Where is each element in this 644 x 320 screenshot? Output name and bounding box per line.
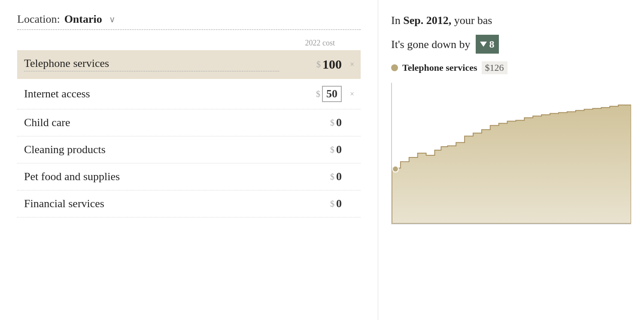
expense-cost-petfood: $ 0 × bbox=[279, 170, 356, 183]
description-part1: In bbox=[391, 14, 403, 27]
dollar-sign-petfood: $ bbox=[330, 172, 334, 182]
location-label: Location: bbox=[17, 13, 60, 26]
down-label: It's gone down by bbox=[391, 36, 471, 53]
chart-svg bbox=[392, 83, 631, 223]
cost-value-telephone[interactable]: 100 bbox=[322, 57, 342, 72]
legend-label-telephone: Telephone services bbox=[402, 62, 477, 73]
chart-marker-dot bbox=[392, 166, 399, 172]
dollar-sign-childcare: $ bbox=[330, 118, 334, 128]
expense-name-financial: Financial services bbox=[24, 197, 279, 210]
expense-name-cleaning: Cleaning products bbox=[24, 143, 279, 156]
description-text: In Sep. 2012, your bas bbox=[391, 12, 631, 29]
expense-row-internet[interactable]: Internet access $ 50 × bbox=[17, 79, 361, 109]
remove-telephone-button[interactable]: × bbox=[348, 60, 356, 69]
cost-value-internet[interactable]: 50 bbox=[322, 86, 342, 102]
description-part2: your bas bbox=[451, 14, 492, 27]
description-date: Sep. 2012, bbox=[403, 14, 451, 27]
cost-column-header: 2022 cost bbox=[305, 39, 335, 48]
dollar-sign-financial: $ bbox=[330, 199, 334, 209]
down-badge: 8 bbox=[476, 35, 499, 54]
expense-cost-internet: $ 50 × bbox=[279, 86, 356, 102]
expense-list: Telephone services $ 100 × Internet acce… bbox=[17, 50, 361, 217]
cost-value-financial[interactable]: 0 bbox=[336, 197, 342, 210]
cost-value-cleaning[interactable]: 0 bbox=[336, 143, 342, 156]
down-arrow-icon bbox=[480, 42, 487, 47]
expense-row-financial[interactable]: Financial services $ 0 × bbox=[17, 190, 361, 217]
dollar-sign-internet: $ bbox=[316, 89, 320, 99]
chart-container bbox=[391, 83, 631, 224]
legend-dot-telephone bbox=[391, 64, 398, 71]
dollar-sign-cleaning: $ bbox=[330, 145, 334, 155]
remove-internet-button[interactable]: × bbox=[348, 90, 356, 99]
expense-name-petfood: Pet food and supplies bbox=[24, 170, 279, 183]
expense-cost-telephone: $ 100 × bbox=[279, 57, 356, 72]
chart-area-path bbox=[392, 105, 631, 223]
expense-row-petfood[interactable]: Pet food and supplies $ 0 × bbox=[17, 163, 361, 190]
expense-name-internet: Internet access bbox=[24, 88, 279, 100]
expense-row-cleaning[interactable]: Cleaning products $ 0 × bbox=[17, 136, 361, 163]
expense-cost-childcare: $ 0 × bbox=[279, 116, 356, 129]
down-row: It's gone down by 8 bbox=[391, 35, 631, 54]
expense-cost-cleaning: $ 0 × bbox=[279, 143, 356, 156]
expense-name-childcare: Child care bbox=[24, 116, 279, 129]
left-panel: Location: Ontario ∨ 2022 cost Telephone … bbox=[0, 0, 378, 320]
location-dropdown-chevron[interactable]: ∨ bbox=[109, 14, 115, 24]
down-value: 8 bbox=[489, 36, 495, 52]
location-value: Ontario bbox=[64, 13, 102, 26]
legend-row: Telephone services $126 bbox=[391, 61, 631, 74]
legend-value-telephone: $126 bbox=[482, 61, 507, 74]
expense-row-childcare[interactable]: Child care $ 0 × bbox=[17, 109, 361, 136]
expense-name-telephone: Telephone services bbox=[24, 57, 279, 72]
dollar-sign-telephone: $ bbox=[316, 60, 321, 69]
cost-value-childcare[interactable]: 0 bbox=[336, 116, 342, 129]
location-row: Location: Ontario ∨ bbox=[17, 13, 361, 26]
cost-header-row: 2022 cost bbox=[17, 39, 361, 48]
expense-row-telephone[interactable]: Telephone services $ 100 × bbox=[17, 50, 361, 79]
right-panel: In Sep. 2012, your bas It's gone down by… bbox=[378, 0, 644, 320]
location-divider bbox=[17, 29, 361, 30]
expense-cost-financial: $ 0 × bbox=[279, 197, 356, 210]
cost-value-petfood[interactable]: 0 bbox=[336, 170, 342, 183]
